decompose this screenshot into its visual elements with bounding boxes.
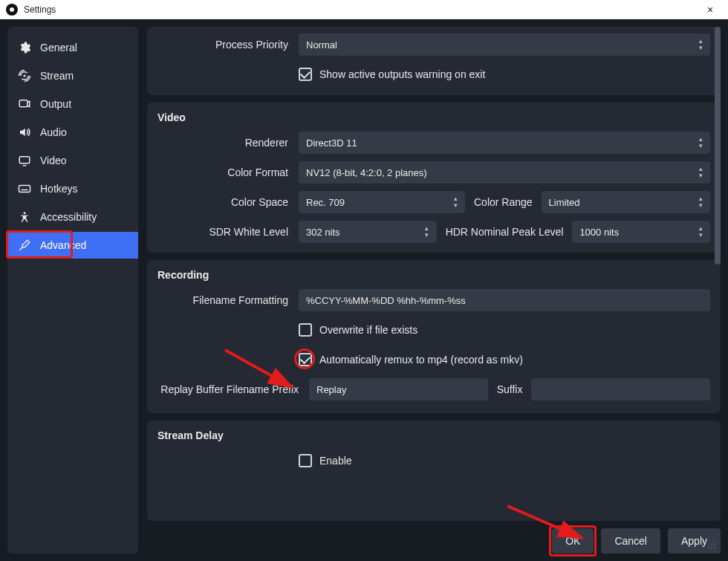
label-auto-remux: Automatically remux to mp4 (record as mk… xyxy=(319,354,523,366)
input-filename-format[interactable]: %CCYY-%MM-%DD %hh-%mm-%ss xyxy=(299,289,710,311)
chevron-updown-icon xyxy=(694,134,707,151)
sidebar-item-video[interactable]: Video xyxy=(7,147,138,174)
input-suffix[interactable] xyxy=(531,378,710,401)
sidebar-item-advanced[interactable]: Advanced xyxy=(7,232,138,259)
label-renderer: Renderer xyxy=(157,137,288,149)
svg-point-0 xyxy=(24,75,26,77)
svg-rect-3 xyxy=(19,186,30,192)
sidebar-item-label: Output xyxy=(40,98,71,110)
window-title: Settings xyxy=(24,4,694,15)
keyboard-icon xyxy=(18,182,31,195)
sidebar-item-hotkeys[interactable]: Hotkeys xyxy=(7,175,138,202)
sidebar-item-label: Audio xyxy=(40,126,67,138)
vertical-scrollbar[interactable] xyxy=(715,27,721,469)
svg-point-10 xyxy=(708,547,709,548)
svg-point-12 xyxy=(714,547,715,548)
spinner-hdr-peak[interactable]: 1000 nits xyxy=(572,221,710,243)
titlebar: Settings × xyxy=(0,0,728,19)
label-stream-delay-enable: Enable xyxy=(319,455,352,467)
spinner-updown-icon[interactable] xyxy=(694,224,707,240)
chevron-updown-icon xyxy=(449,194,462,210)
window-body: General Stream Output Audio Video xyxy=(0,19,728,561)
label-overwrite: Overwrite if file exists xyxy=(319,324,417,336)
panel-title-stream-delay: Stream Delay xyxy=(157,429,710,441)
annotation-circle xyxy=(294,348,315,369)
svg-point-9 xyxy=(714,544,715,545)
select-color-range[interactable]: Limited xyxy=(542,191,710,213)
panel-general-partial: Process Priority Normal Show active outp… xyxy=(147,27,721,95)
input-replay-prefix[interactable]: Replay xyxy=(309,378,488,401)
sidebar-item-stream[interactable]: Stream xyxy=(7,62,138,89)
label-sdr-white: SDR White Level xyxy=(157,226,288,238)
svg-point-11 xyxy=(711,547,712,548)
panel-video: Video Renderer Direct3D 11 Color Format … xyxy=(147,103,721,253)
checkbox-show-active-outputs[interactable] xyxy=(299,68,312,81)
sidebar-item-accessibility[interactable]: Accessibility xyxy=(7,204,138,230)
spinner-updown-icon[interactable] xyxy=(420,224,434,240)
label-color-range: Color Range xyxy=(474,196,533,208)
sidebar-item-label: Accessibility xyxy=(40,211,97,223)
gear-icon xyxy=(18,41,31,54)
select-color-format[interactable]: NV12 (8-bit, 4:2:0, 2 planes) xyxy=(299,161,710,184)
panel-title-video: Video xyxy=(157,111,710,123)
label-replay-prefix: Replay Buffer Filename Prefix xyxy=(157,383,299,395)
cancel-button[interactable]: Cancel xyxy=(601,528,660,554)
dialog-buttons: OK Cancel Apply xyxy=(147,521,721,554)
svg-point-8 xyxy=(711,544,712,545)
checkbox-stream-delay-enable[interactable] xyxy=(299,454,312,467)
select-color-space[interactable]: Rec. 709 xyxy=(299,191,465,213)
sidebar-item-label: Video xyxy=(40,155,67,166)
sidebar-item-label: Stream xyxy=(40,70,74,82)
sidebar-item-label: General xyxy=(40,42,77,53)
select-renderer[interactable]: Direct3D 11 xyxy=(299,132,710,154)
settings-main: Process Priority Normal Show active outp… xyxy=(147,27,721,554)
select-process-priority[interactable]: Normal xyxy=(299,33,710,56)
label-process-priority: Process Priority xyxy=(157,39,288,51)
label-color-format: Color Format xyxy=(157,166,288,178)
accessibility-icon xyxy=(18,210,31,224)
chevron-updown-icon xyxy=(694,164,707,181)
svg-rect-2 xyxy=(19,157,30,163)
label-filename-format: Filename Formatting xyxy=(157,294,288,306)
label-hdr-peak: HDR Nominal Peak Level xyxy=(446,226,564,238)
panel-recording: Recording Filename Formatting %CCYY-%MM-… xyxy=(147,260,721,413)
sidebar: General Stream Output Audio Video xyxy=(7,27,138,554)
broadcast-icon xyxy=(18,69,31,82)
monitor-icon xyxy=(18,154,31,167)
label-color-space: Color Space xyxy=(157,196,288,208)
label-suffix: Suffix xyxy=(497,383,523,395)
checkbox-overwrite[interactable] xyxy=(299,323,312,337)
panel-stream-delay: Stream Delay Enable xyxy=(147,421,721,521)
resize-grip-icon[interactable] xyxy=(706,539,716,549)
audio-icon xyxy=(18,126,31,139)
sidebar-item-audio[interactable]: Audio xyxy=(7,119,138,146)
chevron-updown-icon xyxy=(694,36,707,53)
annotation-highlight xyxy=(6,230,73,259)
spinner-sdr-white[interactable]: 302 nits xyxy=(299,221,437,243)
sidebar-item-label: Hotkeys xyxy=(40,183,78,195)
svg-point-7 xyxy=(714,541,715,542)
svg-rect-1 xyxy=(19,100,27,107)
app-icon xyxy=(6,4,18,16)
svg-point-4 xyxy=(24,212,26,214)
close-button[interactable]: × xyxy=(694,0,727,19)
annotation-highlight xyxy=(549,525,597,557)
sidebar-item-output[interactable]: Output xyxy=(7,91,138,117)
scrollbar-thumb[interactable] xyxy=(715,27,721,265)
label-show-active-outputs: Show active outputs warning on exit xyxy=(319,68,485,80)
chevron-updown-icon xyxy=(694,194,707,210)
output-icon xyxy=(18,97,31,111)
sidebar-item-general[interactable]: General xyxy=(7,34,138,61)
panel-title-recording: Recording xyxy=(157,269,710,281)
settings-scroll-area: Process Priority Normal Show active outp… xyxy=(147,27,721,521)
